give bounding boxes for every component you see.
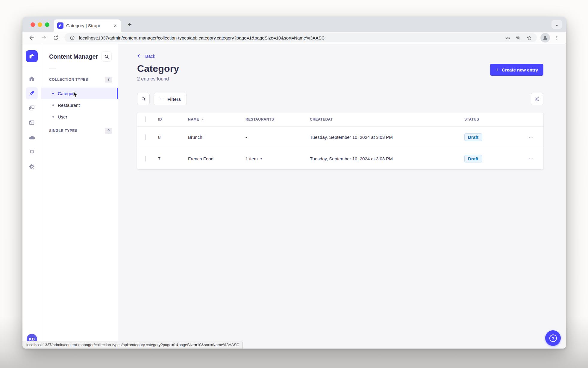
rail-divider [22,67,41,67]
table-row[interactable]: 7 French Food 1 item ▾ Tuesday, Septembe… [137,148,543,169]
maximize-window-button[interactable] [45,22,49,27]
sort-ascending-icon: ▲ [201,118,204,121]
back-arrow-icon [137,53,143,59]
subnav-title: Content Manager [49,53,98,60]
window-controls [31,22,49,27]
sidebar-item-content-manager[interactable] [26,87,38,99]
back-nav-icon[interactable] [27,33,37,43]
desktop: { "browser": { "tab": { "title": "Catego… [0,0,588,368]
table-row[interactable]: 8 Brunch - Tuesday, September 10, 2024 a… [137,126,543,148]
row-checkbox[interactable] [145,134,146,140]
close-window-button[interactable] [31,22,35,27]
browser-window: Category | Strapi × + ⌄ localhost:1337/a… [22,17,566,349]
cell-id: 7 [158,156,188,161]
tab-title: Category | Strapi [66,23,110,28]
column-header-id[interactable]: ID [158,117,188,121]
row-checkbox[interactable] [145,156,146,162]
browser-profile-avatar[interactable] [540,33,550,42]
sidebar-item-home[interactable] [26,73,38,85]
sidebar-item-marketplace[interactable] [26,146,38,158]
sidebar-item-content-type-builder[interactable] [26,117,38,129]
passwords-key-icon[interactable] [504,34,511,42]
collection-types-label: COLLECTION TYPES [49,77,88,82]
subnav-item-category[interactable]: Category [41,88,118,99]
row-actions-icon[interactable]: ⋯ [528,134,534,140]
select-all-checkbox[interactable] [145,116,146,122]
subnav-search-button[interactable] [101,51,112,62]
mouse-cursor [72,91,79,99]
sidebar-item-settings[interactable] [26,161,38,173]
column-header-name[interactable]: NAME ▲ [188,117,245,121]
filters-button[interactable]: Filters [154,93,187,105]
bullet-icon [52,104,54,106]
zoom-page-icon[interactable] [514,34,522,42]
cell-createdat: Tuesday, September 10, 2024 at 3:03 PM [310,156,464,161]
strapi-logo-icon[interactable] [26,50,38,62]
row-actions-icon[interactable]: ⋯ [528,156,534,162]
cell-name: Brunch [188,135,245,140]
tab-search-chevron-icon[interactable]: ⌄ [551,20,562,29]
page-title: Category [137,63,179,74]
strapi-app: KD Content Manager COLLECTION TYPES 3 Ca… [22,44,566,349]
cell-restaurants: - [245,135,310,140]
cell-id: 8 [158,135,188,140]
collection-types-count-badge: 3 [105,77,112,83]
minimize-window-button[interactable] [38,22,42,27]
filter-icon [160,97,164,101]
cell-name: French Food [188,156,245,161]
help-button[interactable]: ? [545,330,561,346]
browser-tab[interactable]: Category | Strapi × [54,19,121,32]
column-header-restaurants[interactable]: RESTAURANTS [245,117,310,121]
browser-menu-icon[interactable] [552,33,562,43]
create-new-entry-button[interactable]: + Create new entry [490,64,543,76]
entries-count: 2 entries found [137,76,179,82]
tab-strip: Category | Strapi × + ⌄ [22,17,566,32]
main-content: Back Category 2 entries found + Create n… [118,44,566,349]
single-types-count-badge: 0 [105,128,112,134]
entries-table: ID NAME ▲ RESTAURANTS CREATEDAT STATUS 8… [137,112,543,169]
close-tab-icon[interactable]: × [113,23,117,28]
browser-toolbar: localhost:1337/admin/content-manager/col… [22,32,566,44]
subnav-item-user[interactable]: User [41,111,118,122]
back-link[interactable]: Back [137,53,155,59]
subnav-item-restaurant[interactable]: Restaurant [41,99,118,111]
status-badge: Draft [464,133,482,141]
url-text[interactable]: localhost:1337/admin/content-manager/col… [79,35,501,40]
table-header-row: ID NAME ▲ RESTAURANTS CREATEDAT STATUS [137,112,543,126]
status-badge: Draft [464,155,482,162]
bullet-icon [52,116,54,118]
caret-down-icon: ▾ [260,157,262,161]
new-tab-button[interactable]: + [126,20,134,29]
forward-nav-icon[interactable] [39,33,49,43]
sidebar-item-cloud[interactable] [26,131,38,143]
main-nav-rail: KD [22,44,41,349]
question-mark-icon: ? [549,334,557,342]
content-manager-subnav: Content Manager COLLECTION TYPES 3 Categ… [41,44,118,349]
url-bar[interactable]: localhost:1337/admin/content-manager/col… [64,33,537,42]
cell-restaurants[interactable]: 1 item ▾ [245,156,310,161]
column-header-status[interactable]: STATUS [464,117,524,121]
column-header-createdat[interactable]: CREATEDAT [310,117,464,121]
strapi-favicon-icon [57,22,63,29]
reload-icon[interactable] [51,33,61,43]
bookmark-star-icon[interactable] [525,34,533,42]
sidebar-item-media-library[interactable] [26,102,38,114]
single-types-label: SINGLE TYPES [49,129,78,133]
link-status-bar: localhost:1337/admin/content-manager/col… [22,341,243,349]
bullet-icon [52,93,54,94]
plus-icon: + [495,67,499,73]
site-info-icon[interactable] [68,34,76,42]
table-search-button[interactable] [137,93,150,105]
subnav-divider [49,68,56,69]
cell-createdat: Tuesday, September 10, 2024 at 3:03 PM [310,135,464,140]
view-settings-button[interactable] [531,93,543,105]
